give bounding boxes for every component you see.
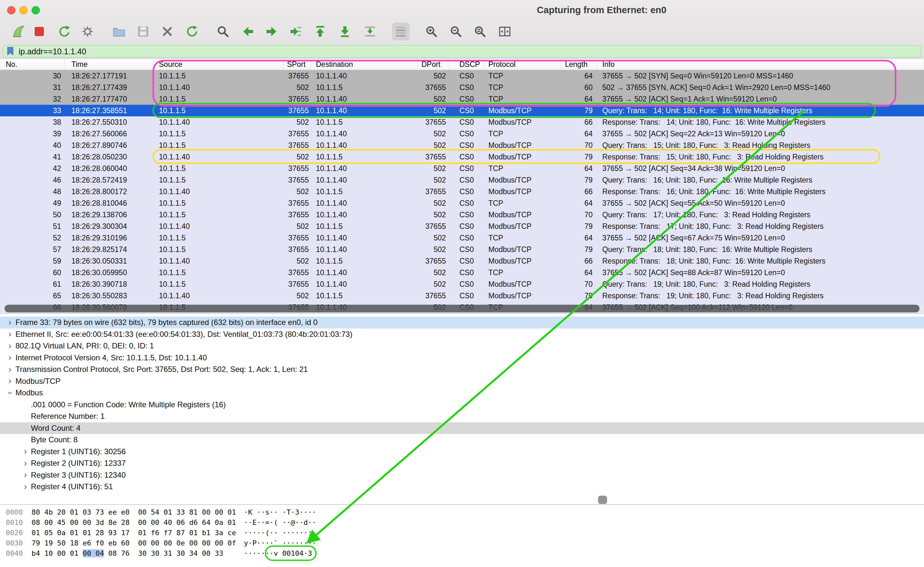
fullscreen-button[interactable] xyxy=(32,6,40,15)
auto-scroll-button[interactable] xyxy=(361,22,379,40)
go-to-packet-button[interactable] xyxy=(287,22,305,40)
packet-row[interactable]: 38 18:26:27.550310 10.1.1.40 502 10.1.1.… xyxy=(0,116,924,128)
detail-line[interactable]: Reference Number: 1 xyxy=(0,411,924,422)
detail-line[interactable]: Register 4 (UINT16): 51 xyxy=(0,481,924,493)
detail-line[interactable]: Register 3 (UINT16): 12340 xyxy=(0,469,924,481)
expand-chevron-icon[interactable] xyxy=(20,470,31,480)
detail-line[interactable]: Word Count: 4 xyxy=(0,422,924,434)
reload-button[interactable] xyxy=(184,22,201,40)
packet-row[interactable]: 33 18:26:27.358551 10.1.1.5 37655 10.1.1… xyxy=(0,105,924,116)
packet-row[interactable]: 51 18:26:29.300304 10.1.1.40 502 10.1.1.… xyxy=(0,220,924,232)
packet-row[interactable]: 48 18:26:28.800172 10.1.1.40 502 10.1.1.… xyxy=(0,186,924,197)
detail-line[interactable]: Register 2 (UINT16): 12337 xyxy=(0,458,924,469)
hex-row-with-selection[interactable]: 0040 b4 10 00 01 00 04 08 76 30 30 31 30… xyxy=(0,548,924,559)
capture-options-button[interactable] xyxy=(79,22,96,40)
open-file-button[interactable] xyxy=(110,22,128,40)
packet-row[interactable]: 41 18:26:28.050230 10.1.1.40 502 10.1.1.… xyxy=(0,151,924,163)
start-capture-button[interactable] xyxy=(10,22,27,40)
packet-row[interactable]: 40 18:26:27.890746 10.1.1.5 37655 10.1.1… xyxy=(0,140,924,151)
detail-line[interactable]: .001 0000 = Function Code: Write Multipl… xyxy=(0,399,924,411)
expand-chevron-icon[interactable] xyxy=(20,458,31,468)
detail-line[interactable]: Ethernet II, Src: ee:e0:00:54:01:33 (ee:… xyxy=(0,328,924,340)
save-file-button[interactable] xyxy=(134,22,152,40)
expand-chevron-icon[interactable] xyxy=(5,318,15,327)
column-header-dport[interactable]: DPort xyxy=(418,59,448,70)
packet-row[interactable]: 65 18:26:30.550283 10.1.1.40 502 10.1.1.… xyxy=(0,290,924,302)
detail-line[interactable]: Internet Protocol Version 4, Src: 10.1.1… xyxy=(0,352,924,364)
packet-row[interactable]: 57 18:26:29.825174 10.1.1.5 37655 10.1.1… xyxy=(0,244,924,255)
cell-dscp: CS0 xyxy=(448,197,485,209)
packet-row[interactable]: 52 18:26:29.310196 10.1.1.5 37655 10.1.1… xyxy=(0,232,924,244)
column-header-dscp[interactable]: DSCP xyxy=(448,59,485,70)
cell-protocol: Modbus/TCP xyxy=(485,278,561,290)
detail-line[interactable]: Transmission Control Protocol, Src Port:… xyxy=(0,363,924,375)
go-to-bottom-button[interactable] xyxy=(336,22,354,40)
expand-chevron-icon[interactable] xyxy=(5,341,15,351)
expand-chevron-icon[interactable] xyxy=(20,482,31,492)
display-filter-input[interactable]: ip.addr==10.1.1.40 xyxy=(3,45,921,57)
resize-columns-button[interactable] xyxy=(496,22,513,40)
cell-length: 79 xyxy=(561,244,597,255)
arrow-to-top-icon xyxy=(313,24,327,39)
hex-row[interactable]: 0030 79 19 50 18 e6 f0 eb 60 00 00 00 0e… xyxy=(0,538,924,548)
cell-sport: 37655 xyxy=(283,244,312,255)
cell-protocol: Modbus/TCP xyxy=(485,151,561,163)
zoom-out-button[interactable] xyxy=(447,22,465,40)
cell-length: 79 xyxy=(561,290,597,302)
detail-line[interactable]: Modbus xyxy=(0,387,924,399)
scrollbar-thumb[interactable] xyxy=(598,496,607,504)
find-packet-button[interactable] xyxy=(214,22,232,40)
packet-row[interactable]: 31 18:26:27.177439 10.1.1.40 502 10.1.1.… xyxy=(0,82,924,93)
column-header-destination[interactable]: Destination xyxy=(312,59,418,70)
expand-chevron-icon[interactable] xyxy=(5,352,15,363)
detail-line[interactable]: Register 1 (UINT16): 30256 xyxy=(0,446,924,458)
packet-row[interactable]: 32 18:26:27.177470 10.1.1.5 37655 10.1.1… xyxy=(0,93,924,105)
packet-row[interactable]: 39 18:26:27.560066 10.1.1.5 37655 10.1.1… xyxy=(0,128,924,140)
detail-line[interactable]: 802.1Q Virtual LAN, PRI: 0, DEI: 0, ID: … xyxy=(0,340,924,352)
column-header-no[interactable]: No. xyxy=(0,59,64,70)
detail-text: Word Count: 4 xyxy=(31,424,80,433)
zoom-in-button[interactable] xyxy=(423,22,440,40)
zoom-reset-button[interactable] xyxy=(471,22,489,40)
cell-sport: 502 xyxy=(283,151,312,163)
column-header-time[interactable]: Time xyxy=(64,59,154,70)
detail-tree: Frame 33: 79 bytes on wire (632 bits), 7… xyxy=(0,316,924,493)
go-to-top-button[interactable] xyxy=(312,22,329,40)
expand-chevron-icon[interactable] xyxy=(5,376,15,386)
cell-sport: 502 xyxy=(283,186,312,197)
cell-dscp: CS0 xyxy=(448,93,485,105)
minimize-button[interactable] xyxy=(19,6,28,15)
hex-row[interactable]: 0000 80 4b 20 01 03 73 ee e0 00 54 01 33… xyxy=(0,507,924,518)
column-header-info[interactable]: Info xyxy=(597,59,924,70)
column-header-length[interactable]: Length xyxy=(561,59,597,70)
column-header-protocol[interactable]: Protocol xyxy=(485,59,561,70)
expand-chevron-icon[interactable] xyxy=(5,329,15,339)
column-header-sport[interactable]: SPort xyxy=(283,59,312,70)
close-file-button[interactable] xyxy=(159,22,176,40)
close-button[interactable] xyxy=(7,6,15,15)
stop-capture-button[interactable] xyxy=(30,22,48,40)
packet-row[interactable]: 46 18:26:28.572419 10.1.1.5 37655 10.1.1… xyxy=(0,174,924,186)
go-forward-button[interactable] xyxy=(263,22,280,40)
hex-row[interactable]: 0020 01 05 0a 01 01 28 93 17 01 f6 f7 87… xyxy=(0,528,924,538)
expand-chevron-icon[interactable] xyxy=(5,387,15,398)
hex-row[interactable]: 0010 08 00 45 00 00 3d 8e 28 00 00 40 06… xyxy=(0,518,924,528)
packet-row[interactable]: 59 18:26:30.050331 10.1.1.40 502 10.1.1.… xyxy=(0,255,924,267)
expand-chevron-icon[interactable] xyxy=(20,447,31,456)
go-back-button[interactable] xyxy=(240,22,257,40)
restart-capture-button[interactable] xyxy=(56,22,73,40)
column-header-source[interactable]: Source xyxy=(154,59,283,70)
horizontal-scrollbar[interactable] xyxy=(5,305,919,312)
packet-row[interactable]: 60 18:26:30.059950 10.1.1.5 37655 10.1.1… xyxy=(0,267,924,278)
packet-row[interactable]: 42 18:26:28.060040 10.1.1.5 37655 10.1.1… xyxy=(0,163,924,174)
packet-row[interactable]: 50 18:26:29.138706 10.1.1.5 37655 10.1.1… xyxy=(0,209,924,220)
expand-chevron-icon[interactable] xyxy=(5,364,15,375)
packet-row[interactable]: 30 18:26:27.177191 10.1.1.5 37655 10.1.1… xyxy=(0,70,924,82)
detail-line[interactable]: Modbus/TCP xyxy=(0,375,924,387)
detail-line[interactable]: Frame 33: 79 bytes on wire (632 bits), 7… xyxy=(0,316,924,328)
detail-line[interactable]: Byte Count: 8 xyxy=(0,434,924,446)
packet-row[interactable]: 49 18:26:28.810046 10.1.1.5 37655 10.1.1… xyxy=(0,197,924,209)
colorize-button[interactable] xyxy=(392,22,409,40)
packet-row[interactable]: 61 18:26:30.390718 10.1.1.5 37655 10.1.1… xyxy=(0,278,924,290)
annotation-circle-ascii: ·v 00104·3 xyxy=(269,548,312,559)
